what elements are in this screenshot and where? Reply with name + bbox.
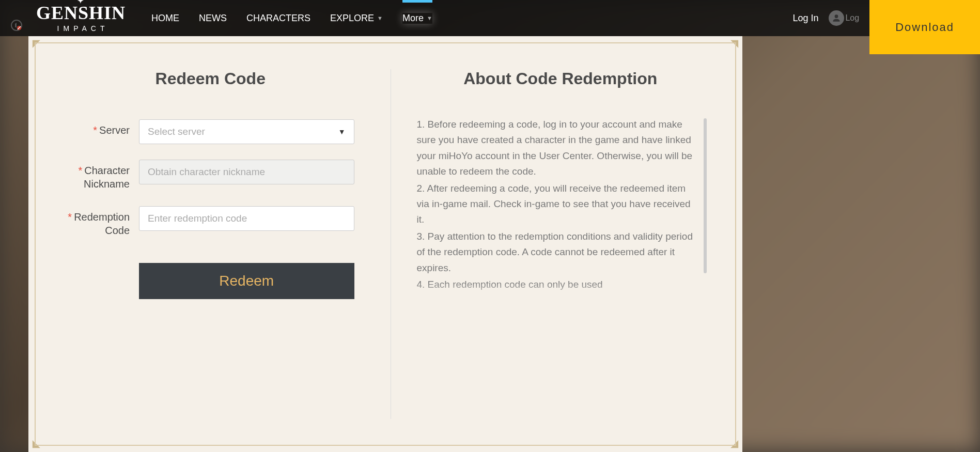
vertical-divider	[391, 69, 391, 419]
logo-sub-text: IMPACT	[57, 24, 109, 33]
code-input[interactable]	[139, 206, 354, 231]
info-section: About Code Redemption 1. Before redeemin…	[401, 69, 705, 419]
nav-more-label: More	[402, 13, 424, 24]
nav-explore-label: EXPLORE	[330, 13, 374, 24]
avatar-icon[interactable]	[829, 10, 844, 26]
nav-explore[interactable]: EXPLORE ▼	[330, 13, 383, 24]
download-button[interactable]: Download	[869, 0, 980, 54]
redeem-card: Redeem Code *Server Select server ▼ *Cha…	[28, 36, 742, 452]
nav-home[interactable]: HOME	[151, 13, 179, 24]
redeem-form: Redeem Code *Server Select server ▼ *Cha…	[67, 69, 380, 419]
server-select[interactable]: Select server ▼	[139, 119, 354, 144]
svg-point-3	[835, 14, 838, 18]
server-placeholder: Select server	[148, 126, 205, 137]
info-text: 1. Before redeeming a code, log in to yo…	[417, 117, 705, 303]
top-navbar: ✦ GENSHIN IMPACT HOME NEWS CHARACTERS EX…	[0, 0, 980, 36]
nav-links: HOME NEWS CHARACTERS EXPLORE ▼ More ▼	[151, 13, 432, 24]
nickname-input[interactable]	[139, 160, 354, 184]
sound-toggle-icon[interactable]	[9, 18, 24, 33]
code-label: *Redemption Code	[67, 206, 139, 237]
nav-right: Log In Log Download	[792, 0, 970, 54]
form-title: Redeem Code	[67, 69, 354, 88]
nickname-label: *Character Nickname	[67, 160, 139, 191]
chevron-down-icon: ▼	[338, 128, 346, 136]
avatar-text: Log	[845, 13, 859, 23]
login-link[interactable]: Log In	[792, 13, 818, 24]
scrollbar[interactable]	[704, 118, 707, 273]
logo-main-text: GENSHIN	[36, 3, 126, 23]
chevron-down-icon: ▼	[377, 15, 383, 21]
info-item: 1. Before redeeming a code, log in to yo…	[417, 117, 694, 180]
info-title: About Code Redemption	[417, 69, 705, 88]
info-item: 3. Pay attention to the redemption condi…	[417, 229, 694, 276]
server-label: *Server	[67, 119, 139, 137]
chevron-down-icon: ▼	[427, 15, 432, 21]
nav-news[interactable]: NEWS	[199, 13, 227, 24]
logo[interactable]: ✦ GENSHIN IMPACT	[36, 4, 126, 33]
redeem-button[interactable]: Redeem	[139, 263, 354, 299]
nav-more[interactable]: More ▼	[402, 13, 432, 24]
nav-characters[interactable]: CHARACTERS	[246, 13, 310, 24]
info-item: 2. After redeeming a code, you will rece…	[417, 181, 694, 228]
